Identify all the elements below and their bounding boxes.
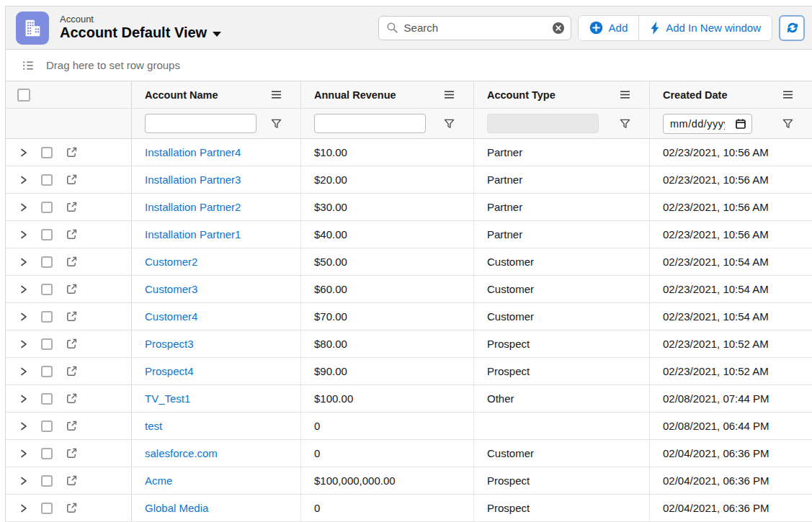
account-name-link[interactable]: Customer3 [145,283,197,295]
account-name-link[interactable]: Installation Partner3 [145,174,241,186]
expand-chevron-icon[interactable] [19,148,28,158]
add-button[interactable]: Add [579,16,639,40]
column-header-created-date[interactable]: Created Date [650,81,812,108]
view-title: Account Default View [60,24,207,41]
add-in-new-window-button[interactable]: Add In New window [639,16,772,40]
account-type-cell: Prospect [474,358,650,384]
filter-funnel-icon[interactable] [271,119,282,129]
select-all-checkbox[interactable] [17,89,30,102]
column-menu-icon[interactable] [271,90,282,99]
open-record-icon[interactable] [66,392,78,405]
annual-revenue-value: 0 [314,502,320,514]
row-checkbox[interactable] [41,174,53,186]
open-record-icon[interactable] [66,338,78,350]
open-record-icon[interactable] [66,474,78,487]
row-checkbox[interactable] [41,338,53,350]
open-record-icon[interactable] [66,174,78,186]
row-checkbox[interactable] [41,311,53,323]
calendar-icon[interactable] [735,118,746,130]
row-controls-cell [6,248,132,275]
account-name-link[interactable]: Prospect4 [145,365,194,377]
row-checkbox[interactable] [41,503,53,514]
column-header-account-name[interactable]: Account Name [132,81,301,108]
row-checkbox[interactable] [41,475,53,487]
column-header-annual-revenue[interactable]: Annual Revenue [301,81,474,108]
account-name-link[interactable]: TV_Test1 [145,392,190,405]
account-type-value: Partner [487,228,522,240]
search-box [378,16,571,40]
view-selector[interactable]: Account Default View [60,24,221,41]
expand-chevron-icon[interactable] [19,175,28,185]
column-menu-icon[interactable] [620,90,630,99]
annual-revenue-value: $100,000,000.00 [314,474,396,487]
filter-funnel-icon[interactable] [782,119,793,129]
expand-chevron-icon[interactable] [19,503,28,513]
filter-funnel-icon[interactable] [620,119,630,129]
account-name-link[interactable]: Customer2 [145,256,197,268]
row-checkbox[interactable] [41,448,53,459]
account-name-link[interactable]: salesforce.com [145,447,218,459]
account-name-link[interactable]: Installation Partner1 [145,228,241,240]
created-date-value: 02/23/2021, 10:52 AM [663,338,769,350]
open-record-icon[interactable] [66,146,78,158]
row-checkbox[interactable] [41,202,53,213]
expand-chevron-icon[interactable] [19,421,28,431]
open-record-icon[interactable] [66,228,78,240]
row-checkbox[interactable] [41,366,53,377]
annual-revenue-value: $90.00 [314,365,347,377]
open-record-icon[interactable] [66,420,78,432]
open-record-icon[interactable] [66,283,78,295]
search-input[interactable] [404,22,552,34]
row-checkbox[interactable] [41,420,53,432]
row-checkbox[interactable] [41,284,53,295]
account-object-icon [16,12,49,45]
filter-funnel-icon[interactable] [444,119,455,129]
open-record-icon[interactable] [66,365,78,377]
created-date-value: 02/08/2021, 06:44 PM [663,420,769,432]
column-header-account-type[interactable]: Account Type [474,81,650,108]
account-name-link[interactable]: test [145,420,162,432]
account-name-link[interactable]: Customer4 [145,310,197,323]
account-name-link[interactable]: Prospect3 [145,338,194,350]
open-record-icon[interactable] [66,310,78,323]
account-name-filter-input[interactable] [145,114,256,133]
row-groups-icon [22,59,35,72]
expand-chevron-icon[interactable] [19,284,28,294]
expand-chevron-icon[interactable] [19,339,28,349]
created-date-value: 02/08/2021, 07:44 PM [663,392,769,405]
expand-chevron-icon[interactable] [19,257,28,267]
account-type-filter-input [487,114,599,133]
expand-chevron-icon[interactable] [19,366,28,377]
chevron-down-icon [213,32,221,37]
table-row: Global Media 0 Prospect 02/04/2021, 06:3… [6,495,812,522]
expand-chevron-icon[interactable] [19,202,28,212]
row-checkbox[interactable] [41,393,53,405]
expand-chevron-icon[interactable] [19,449,28,459]
expand-chevron-icon[interactable] [19,312,28,322]
table-row: Installation Partner2 $30.00 Partner 02/… [6,194,812,221]
expand-chevron-icon[interactable] [19,476,28,486]
column-menu-icon[interactable] [782,90,793,99]
open-record-icon[interactable] [66,502,78,514]
created-date-filter-input[interactable]: mm/dd/yyyy [663,114,752,134]
filter-row: mm/dd/yyyy [6,109,812,139]
account-name-link[interactable]: Acme [145,474,172,487]
row-checkbox[interactable] [41,147,53,158]
clear-search-icon[interactable] [552,22,565,35]
account-type-cell: Customer [474,440,650,467]
expand-chevron-icon[interactable] [19,394,28,404]
open-record-icon[interactable] [66,201,78,213]
refresh-button[interactable] [779,15,805,41]
open-record-icon[interactable] [66,447,78,459]
open-record-icon[interactable] [66,256,78,268]
account-name-link[interactable]: Installation Partner2 [145,201,241,213]
row-checkbox[interactable] [41,256,53,268]
row-groups-bar[interactable]: Drag here to set row groups [6,50,812,81]
account-name-link[interactable]: Installation Partner4 [145,146,241,158]
account-name-cell: Installation Partner2 [132,194,301,220]
expand-chevron-icon[interactable] [19,230,28,240]
account-name-link[interactable]: Global Media [145,502,208,514]
row-checkbox[interactable] [41,229,53,240]
column-menu-icon[interactable] [444,90,455,99]
annual-revenue-filter-input[interactable] [314,114,426,133]
